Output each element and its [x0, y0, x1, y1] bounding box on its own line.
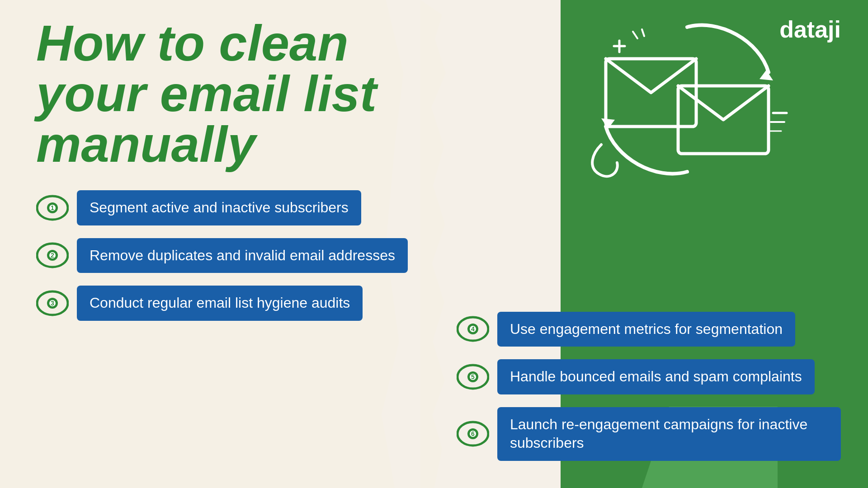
step-label-4: Use engagement metrics for segmentation	[497, 312, 795, 347]
step-badge-4: 4	[457, 313, 489, 345]
right-section: 4 Use engagement metrics for segmentatio…	[439, 0, 868, 488]
page-content: How to clean your email list manually 1 …	[0, 0, 868, 488]
step-badge-5: 5	[457, 361, 489, 393]
step-item-2: 2 Remove duplicates and invalid email ad…	[36, 238, 411, 273]
step-item-4: 4 Use engagement metrics for segmentatio…	[457, 312, 841, 347]
page-title: How to clean your email list manually	[36, 18, 411, 170]
title-line2: your email list	[36, 66, 377, 122]
step-label-2: Remove duplicates and invalid email addr…	[77, 238, 408, 273]
svg-text:4: 4	[471, 325, 475, 333]
step-item-5: 5 Handle bounced emails and spam complai…	[457, 359, 841, 394]
step-badge-3: 3	[36, 287, 69, 319]
svg-text:6: 6	[471, 430, 475, 437]
title-line1: How to clean	[36, 15, 349, 71]
step-item-1: 1 Segment active and inactive subscriber…	[36, 190, 411, 225]
left-section: How to clean your email list manually 1 …	[0, 0, 439, 488]
step-badge-2: 2	[36, 239, 69, 272]
svg-text:2: 2	[51, 252, 54, 259]
step-badge-1: 1	[36, 192, 69, 224]
step-item-3: 3 Conduct regular email list hygiene aud…	[36, 286, 411, 321]
step-badge-6: 6	[457, 418, 489, 450]
svg-text:1: 1	[51, 204, 54, 211]
step-label-5: Handle bounced emails and spam complaint…	[497, 359, 815, 394]
step-item-6: 6 Launch re-engagement campaigns for ina…	[457, 407, 841, 461]
step-label-1: Segment active and inactive subscribers	[77, 190, 361, 225]
step-label-6: Launch re-engagement campaigns for inact…	[497, 407, 841, 461]
steps-right-column: 4 Use engagement metrics for segmentatio…	[457, 312, 841, 461]
svg-text:5: 5	[471, 373, 475, 380]
step-label-3: Conduct regular email list hygiene audit…	[77, 286, 363, 321]
steps-left-column: 1 Segment active and inactive subscriber…	[36, 190, 411, 321]
svg-text:3: 3	[51, 300, 54, 307]
title-line3: manually	[36, 116, 256, 173]
